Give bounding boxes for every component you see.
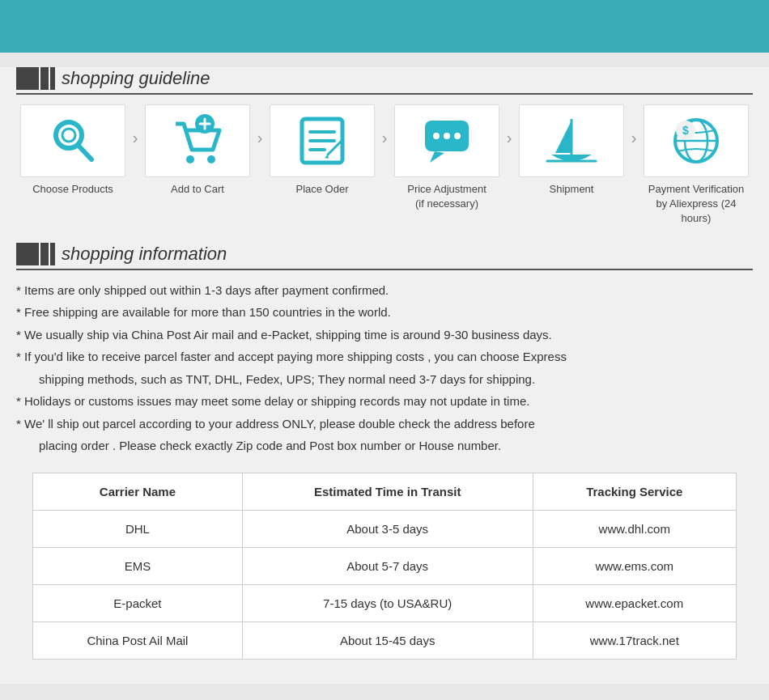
information-title: shopping information bbox=[62, 244, 227, 265]
svg-point-2 bbox=[62, 129, 75, 142]
arrow-1: › bbox=[125, 104, 145, 147]
tracking-cell: www.17track.net bbox=[533, 622, 736, 659]
svg-marker-19 bbox=[555, 121, 571, 153]
step-shipment: Shipment bbox=[519, 104, 624, 208]
carrier-cell: E-packet bbox=[33, 584, 243, 622]
step-label-payment-verification: Payment Verification by Aliexpress (24 h… bbox=[644, 182, 749, 227]
content-area: shopping guideline Choose Products › bbox=[0, 67, 769, 684]
info-line-3: * We usually ship via China Post Air mai… bbox=[16, 325, 753, 346]
information-header-icon bbox=[16, 243, 55, 265]
stripe-1 bbox=[16, 67, 39, 90]
stripe-4 bbox=[16, 243, 39, 265]
globe-icon: $ bbox=[668, 112, 724, 169]
col-header-time: Estimated Time in Transit bbox=[242, 473, 533, 510]
step-payment-verification: $ Payment Verification by Aliexpress (24… bbox=[644, 104, 749, 227]
arrow-2: › bbox=[250, 104, 270, 147]
info-line-6b: placing order . Please check exactly Zip… bbox=[39, 435, 753, 456]
svg-point-16 bbox=[433, 133, 440, 139]
info-section: * Items are only shipped out within 1-3 … bbox=[16, 280, 753, 456]
arrow-5: › bbox=[624, 104, 644, 147]
information-header-bar: shopping information bbox=[16, 243, 753, 270]
information-header: shopping information bbox=[16, 243, 753, 270]
table-header-row: Carrier Name Estimated Time in Transit T… bbox=[33, 473, 737, 510]
top-banner bbox=[0, 0, 769, 53]
svg-line-12 bbox=[328, 142, 341, 155]
table-row: E-packet 7-15 days (to USA&RU) www.epack… bbox=[33, 584, 737, 622]
step-add-to-cart: Add to Cart bbox=[145, 104, 250, 208]
info-line-2: * Free shipping are available for more t… bbox=[16, 302, 753, 323]
svg-point-4 bbox=[207, 155, 215, 163]
svg-text:$: $ bbox=[682, 124, 689, 137]
svg-point-18 bbox=[454, 133, 461, 139]
tracking-cell: www.ems.com bbox=[533, 547, 736, 584]
svg-line-1 bbox=[78, 145, 91, 159]
shipping-table: Carrier Name Estimated Time in Transit T… bbox=[32, 473, 737, 660]
step-label-choose-products: Choose Products bbox=[32, 182, 113, 208]
form-icon bbox=[294, 112, 351, 169]
table-row: DHL About 3-5 days www.dhl.com bbox=[33, 510, 737, 547]
stripe-5 bbox=[40, 243, 49, 265]
cart-icon bbox=[169, 112, 226, 169]
chat-icon bbox=[418, 112, 475, 169]
stripe-block bbox=[16, 67, 55, 90]
tracking-cell: www.dhl.com bbox=[533, 510, 736, 547]
table-row: EMS About 5-7 days www.ems.com bbox=[33, 547, 737, 584]
guideline-header-bar: shopping guideline bbox=[16, 67, 753, 95]
svg-marker-15 bbox=[430, 151, 444, 163]
step-icon-add-to-cart bbox=[145, 104, 250, 177]
table-row: China Post Ail Mail About 15-45 days www… bbox=[33, 622, 737, 659]
step-label-add-to-cart: Add to Cart bbox=[171, 182, 224, 208]
time-cell: About 3-5 days bbox=[242, 510, 533, 547]
guideline-header: shopping guideline bbox=[16, 67, 753, 95]
boat-icon bbox=[543, 112, 600, 169]
step-label-place-order: Place Oder bbox=[295, 182, 348, 208]
arrow-3: › bbox=[375, 104, 394, 147]
stripe-6 bbox=[50, 243, 55, 265]
table-body: DHL About 3-5 days www.dhl.com EMS About… bbox=[33, 510, 737, 659]
stripe-3 bbox=[50, 67, 55, 90]
step-choose-products: Choose Products bbox=[20, 104, 125, 208]
step-price-adjustment: Price Adjustment (if necessary) bbox=[394, 104, 499, 211]
carrier-cell: EMS bbox=[33, 547, 243, 584]
step-icon-choose-products bbox=[20, 104, 125, 177]
stripe-2 bbox=[40, 67, 49, 90]
carrier-cell: China Post Ail Mail bbox=[33, 622, 243, 659]
carrier-cell: DHL bbox=[33, 510, 243, 547]
info-line-1: * Items are only shipped out within 1-3 … bbox=[16, 280, 753, 301]
info-line-6a: * We' ll ship out parcel according to yo… bbox=[16, 414, 753, 435]
info-line-4b: shipping methods, such as TNT, DHL, Fede… bbox=[39, 369, 753, 390]
time-cell: About 15-45 days bbox=[242, 622, 533, 659]
tracking-cell: www.epacket.com bbox=[533, 584, 736, 622]
step-label-shipment: Shipment bbox=[550, 182, 594, 208]
arrow-4: › bbox=[499, 104, 519, 147]
svg-point-17 bbox=[444, 133, 450, 139]
steps-row: Choose Products › Add to Cart › bbox=[16, 104, 753, 227]
search-icon bbox=[45, 112, 101, 169]
guideline-title: shopping guideline bbox=[62, 68, 210, 89]
stripe-block-2 bbox=[16, 243, 55, 265]
col-header-tracking: Tracking Service bbox=[533, 473, 736, 510]
col-header-carrier: Carrier Name bbox=[33, 473, 243, 510]
time-cell: About 5-7 days bbox=[242, 547, 533, 584]
svg-point-3 bbox=[186, 155, 194, 163]
info-line-4a: * If you'd like to receive parcel faster… bbox=[16, 346, 753, 367]
step-icon-place-order bbox=[270, 104, 375, 177]
time-cell: 7-15 days (to USA&RU) bbox=[242, 584, 533, 622]
step-icon-shipment bbox=[519, 104, 624, 177]
step-icon-payment-verification: $ bbox=[644, 104, 749, 177]
step-label-price-adjustment: Price Adjustment (if necessary) bbox=[407, 182, 486, 211]
info-line-5: * Holidays or customs issues may meet so… bbox=[16, 391, 753, 412]
step-place-order: Place Oder bbox=[270, 104, 375, 208]
guideline-header-icon bbox=[16, 67, 55, 90]
step-icon-price-adjustment bbox=[394, 104, 499, 177]
